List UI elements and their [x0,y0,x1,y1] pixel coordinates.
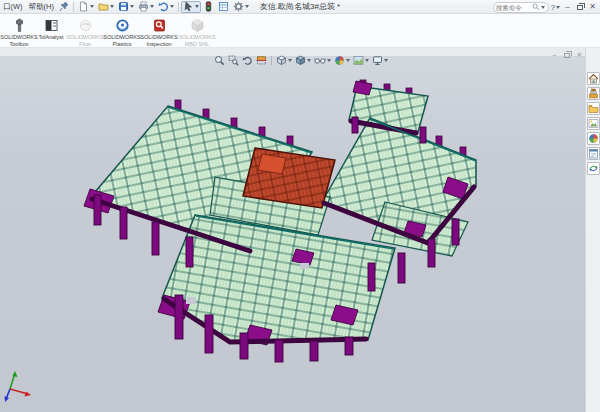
addin-label: SOLIDWORKS Plastics [103,34,140,47]
chevron-down-icon [150,5,154,8]
search-icon[interactable] [532,3,540,11]
custom-properties-icon [588,148,599,159]
doc-minimize-button[interactable]: – [550,49,559,61]
chevron-down-icon [90,5,94,8]
view-settings-icon [372,55,383,66]
zoom-to-area-button[interactable] [227,54,240,67]
toolbar-separator [271,56,272,65]
task-pane-tabs [587,72,600,175]
apply-scene-icon [353,55,364,66]
chevron-down-icon [365,59,369,62]
chevron-down-icon [245,5,249,8]
addins-toolbar: SOLIDWORKS Toolbox TolAnalyst SOLIDWORKS… [0,14,600,48]
save-icon [118,1,129,12]
previous-view-button[interactable] [241,54,254,67]
formwork-model [84,80,476,362]
view-orientation-icon [276,55,287,66]
graphics-area[interactable] [0,57,585,412]
undo-button[interactable] [156,1,176,13]
inspection-icon [152,18,167,33]
task-pane [585,48,600,412]
hide-show-items-icon [314,55,326,66]
previous-view-icon [242,55,253,66]
options-button[interactable] [231,1,251,13]
new-document-button[interactable] [76,1,96,13]
addin-flow-simulation[interactable]: SOLIDWORKS Flow Simulation [66,15,104,46]
zoom-to-area-icon [228,55,239,66]
help-label: ? [551,3,555,12]
file-explorer-tab[interactable] [587,102,600,115]
rebuild-button[interactable] [201,1,216,13]
origin-triad-icon [5,371,32,402]
restore-button[interactable] [577,5,583,10]
chevron-down-icon[interactable] [541,6,545,9]
slab-opening [186,297,196,304]
addin-mbd-snl[interactable]: SOLIDWORKS MBD SNL [178,15,216,46]
rebuild-traffic-light-icon [203,1,214,12]
solidworks-window: 口(W) 帮助(H) [0,0,600,412]
view-palette-tab[interactable] [587,117,600,130]
addin-plastics[interactable]: SOLIDWORKS Plastics [104,15,140,46]
addin-label: SOLIDWORKS Inspection [140,34,177,47]
core-highlight [258,154,286,174]
search-input[interactable] [496,4,532,11]
toolbox-icon [12,18,27,33]
edit-appearance-button[interactable] [333,54,351,67]
file-properties-icon [218,1,229,12]
chevron-down-icon [170,5,174,8]
menu-window[interactable]: 口(W) [0,0,26,13]
slab-opening [300,263,309,269]
view-orientation-button[interactable] [275,54,293,67]
select-cursor-icon [183,1,194,12]
section-view-button[interactable] [255,54,268,67]
chevron-down-icon [130,5,134,8]
apply-scene-button[interactable] [352,54,370,67]
open-folder-icon [98,1,109,12]
plastics-icon [115,18,130,33]
zoom-to-fit-button[interactable] [213,54,226,67]
chevron-down-icon [288,59,292,62]
design-library-tab[interactable] [587,87,600,100]
print-button[interactable] [136,1,156,13]
chevron-down-icon [110,5,114,8]
save-button[interactable] [116,1,136,13]
appearances-scenes-tab[interactable] [587,132,600,145]
design-library-icon [588,88,599,99]
zoom-to-fit-icon [214,55,225,66]
addin-inspection[interactable]: SOLIDWORKS Inspection [140,15,178,46]
display-style-button[interactable] [294,54,312,67]
chevron-down-icon [556,6,560,9]
command-search[interactable] [493,2,549,13]
undo-icon [158,1,169,12]
solidworks-forum-icon [588,163,599,174]
new-document-icon [78,1,89,12]
display-style-icon [295,55,306,66]
minimize-button[interactable]: – [562,1,573,13]
addin-label: TolAnalyst [38,34,63,41]
chevron-down-icon [327,59,331,62]
open-button[interactable] [96,1,116,13]
model-3d-view[interactable] [0,57,585,412]
doc-close-button[interactable]: ✕ [575,49,584,61]
document-window-controls: – ✕ [550,49,584,61]
file-properties-button[interactable] [216,1,231,13]
solidworks-resources-tab[interactable] [587,72,600,85]
view-palette-icon [588,118,599,129]
heads-up-view-toolbar [213,53,389,67]
close-button[interactable]: ✕ [587,1,598,13]
edit-appearance-icon [334,55,345,66]
pin-menu-icon[interactable] [59,1,69,12]
select-button[interactable] [181,1,201,13]
doc-restore-button[interactable] [564,53,570,58]
title-bar: 口(W) 帮助(H) [0,0,600,14]
solidworks-resources-icon [588,73,599,84]
solidworks-forum-tab[interactable] [587,162,600,175]
hide-show-items-button[interactable] [313,54,332,67]
section-view-icon [256,55,267,66]
addin-solidworks-toolbox[interactable]: SOLIDWORKS Toolbox [2,15,36,46]
help-menu[interactable]: ? [551,3,560,12]
custom-properties-tab[interactable] [587,147,600,160]
menu-help[interactable]: 帮助(H) [26,0,57,13]
view-settings-button[interactable] [371,54,389,67]
addin-tolanalyst[interactable]: TolAnalyst [36,15,66,46]
